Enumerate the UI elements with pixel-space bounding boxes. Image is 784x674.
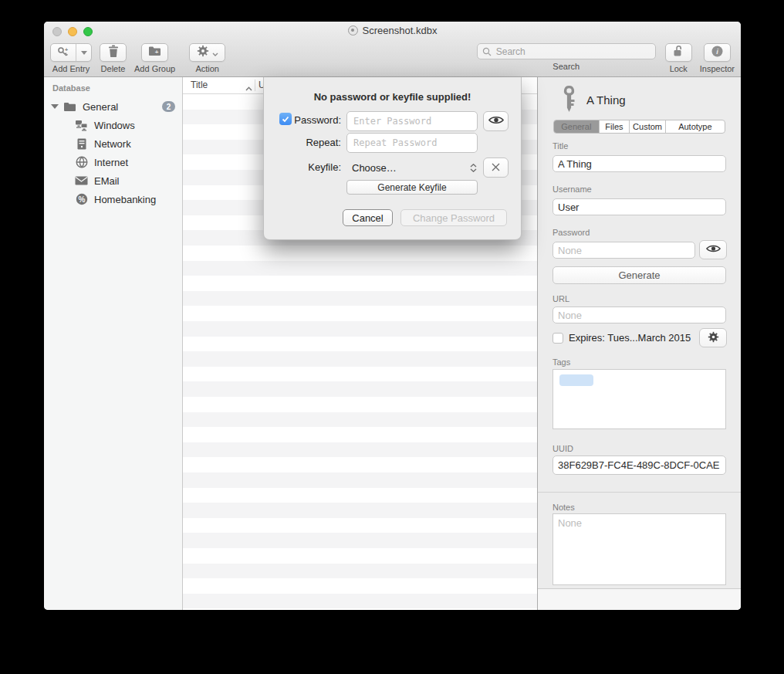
sidebar-item-windows[interactable]: Windows: [44, 116, 182, 134]
add-group-button[interactable]: +: [141, 43, 168, 62]
username-input[interactable]: [553, 198, 726, 215]
sidebar-item-label: Homebanking: [94, 194, 156, 205]
column-separator[interactable]: [255, 80, 255, 91]
add-entry-dropdown-icon[interactable]: [76, 44, 91, 61]
expires-checkbox[interactable]: [553, 333, 563, 344]
envelope-icon: [75, 176, 88, 185]
keyfile-popup[interactable]: Choose…: [352, 160, 477, 175]
toolbar: + Add Entry Delete: [44, 40, 741, 77]
uuid-field-label: UUID: [553, 444, 573, 453]
tab-autotype[interactable]: Autotype: [666, 120, 725, 133]
change-password-label: Change Password: [413, 212, 495, 224]
toolbar-inspector: i Inspector: [700, 43, 735, 73]
disclosure-triangle-icon[interactable]: [51, 104, 59, 109]
dialog-password-input[interactable]: [346, 111, 478, 131]
generate-keyfile-button[interactable]: Generate Keyfile: [346, 180, 478, 195]
inspector-button[interactable]: i: [704, 43, 731, 62]
expires-label: Expires: Tues...March 2015: [569, 332, 691, 344]
folder-plus-icon: +: [148, 46, 161, 59]
password-input[interactable]: [553, 242, 695, 259]
dialog-repeat-input[interactable]: [346, 133, 478, 153]
server-icon: [75, 138, 88, 150]
sidebar-item-label: General: [83, 101, 118, 113]
toolbar-search: Search: [477, 43, 656, 71]
url-input[interactable]: [553, 307, 726, 323]
sidebar-item-internet[interactable]: Internet: [44, 153, 182, 171]
expires-settings-button[interactable]: [699, 328, 727, 347]
toolbar-add-entry: + Add Entry: [50, 43, 92, 73]
generate-password-button[interactable]: Generate: [553, 266, 726, 284]
windows-network-icon: [75, 120, 88, 131]
dialog-keyfile-label: Keyfile:: [267, 161, 341, 173]
titlebar[interactable]: Screenshot.kdbx: [44, 22, 741, 40]
tag-pill[interactable]: [559, 374, 593, 386]
inspector-divider: [538, 492, 741, 493]
inspector-label: Inspector: [700, 64, 735, 73]
notes-textarea[interactable]: [553, 513, 726, 585]
inspector-footer: [538, 588, 741, 610]
search-input[interactable]: [495, 46, 651, 58]
sidebar-item-label: Internet: [94, 157, 128, 168]
dialog-show-password-button[interactable]: [483, 111, 509, 131]
column-header-title[interactable]: Title: [191, 80, 208, 90]
title-area: Screenshot.kdbx: [44, 25, 741, 36]
url-field-label: URL: [553, 294, 569, 303]
tab-custom[interactable]: Custom: [630, 120, 665, 133]
add-group-label: Add Group: [134, 64, 175, 73]
key-plus-icon[interactable]: +: [51, 44, 76, 61]
tab-files[interactable]: Files: [600, 120, 630, 133]
lock-button[interactable]: [665, 43, 692, 62]
toolbar-action: Action: [189, 43, 225, 73]
toolbar-right: Search Lock i: [477, 43, 735, 73]
popup-stepper-icon: [470, 164, 477, 172]
sidebar-item-homebanking[interactable]: % Homebanking: [44, 190, 182, 208]
svg-text:+: +: [155, 49, 159, 56]
sidebar-item-email[interactable]: EMail: [44, 171, 182, 190]
inspector-panel: A Thing General Files Custom Autotype Ti…: [537, 77, 741, 610]
delete-button[interactable]: [100, 43, 127, 62]
gear-icon: [708, 331, 719, 345]
document-proxy-icon[interactable]: [348, 25, 358, 36]
sidebar-item-general[interactable]: General 2: [44, 97, 182, 116]
app-window: Screenshot.kdbx + Add Entry: [44, 22, 741, 610]
eye-icon: [488, 114, 504, 128]
sidebar-item-label: Windows: [94, 120, 135, 131]
password-field-label: Password: [553, 228, 590, 237]
password-dialog: No password or keyfile supplied! Passwor…: [263, 77, 522, 240]
dialog-message: No password or keyfile supplied!: [264, 91, 521, 103]
search-field[interactable]: [477, 43, 656, 59]
action-button[interactable]: [189, 43, 225, 62]
expires-row: Expires: Tues...March 2015: [553, 332, 691, 344]
dialog-password-label: Password:: [267, 114, 341, 126]
keyfile-popup-value: Choose…: [352, 162, 397, 174]
clear-keyfile-button[interactable]: [483, 157, 509, 178]
delete-label: Delete: [101, 64, 126, 73]
window-chrome: Screenshot.kdbx + Add Entry: [44, 22, 741, 77]
sort-ascending-icon: [245, 83, 252, 93]
add-entry-label: Add Entry: [52, 64, 90, 73]
entry-title: A Thing: [586, 93, 626, 107]
tags-field-label: Tags: [553, 357, 570, 367]
dialog-repeat-label: Repeat:: [267, 137, 341, 148]
percent-circle-icon: %: [75, 193, 88, 205]
sidebar: Database General 2 Windows: [44, 77, 183, 610]
lock-label: Lock: [670, 64, 688, 73]
cancel-button[interactable]: Cancel: [343, 209, 393, 226]
screenshot-stage: Screenshot.kdbx + Add Entry: [0, 0, 784, 674]
add-entry-button[interactable]: +: [50, 43, 92, 62]
entry-header: A Thing: [561, 85, 626, 115]
search-label: Search: [553, 62, 580, 71]
uuid-input[interactable]: [553, 456, 726, 475]
gear-icon: [197, 45, 209, 60]
tab-general[interactable]: General: [554, 120, 600, 133]
key-icon: [561, 85, 577, 115]
show-password-button[interactable]: [699, 240, 727, 259]
tags-box[interactable]: [553, 369, 726, 429]
sidebar-item-network[interactable]: Network: [44, 134, 182, 153]
toolbar-delete: Delete: [100, 43, 127, 73]
info-icon: i: [711, 46, 723, 60]
change-password-button[interactable]: Change Password: [400, 209, 507, 226]
generate-button-label: Generate: [618, 269, 660, 281]
title-input[interactable]: [553, 155, 726, 172]
sidebar-item-label: EMail: [94, 175, 120, 187]
